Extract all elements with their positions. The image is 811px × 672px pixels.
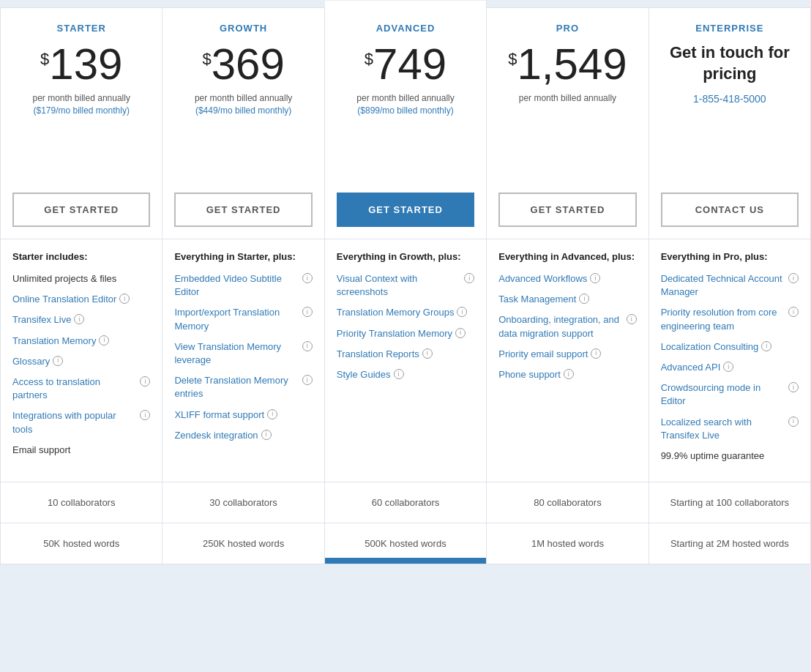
feature-item-growth-4[interactable]: XLIFF format supporti bbox=[174, 408, 312, 422]
cta-button-pro[interactable]: GET STARTED bbox=[498, 193, 636, 227]
info-icon-advanced-4[interactable]: i bbox=[394, 369, 404, 379]
feature-text-enterprise-1: Priority resolution from core engineerin… bbox=[661, 306, 785, 332]
feature-item-starter-3[interactable]: Translation Memoryi bbox=[12, 335, 150, 348]
feature-text-growth-1: Import/export Translation Memory bbox=[174, 306, 299, 332]
info-icon-enterprise-1[interactable]: i bbox=[788, 307, 799, 317]
cta-button-advanced[interactable]: GET STARTED bbox=[337, 193, 474, 227]
collaborators-advanced: 60 collaborators bbox=[325, 482, 486, 523]
info-icon-pro-2[interactable]: i bbox=[627, 314, 637, 324]
feature-item-starter-4[interactable]: Glossaryi bbox=[12, 355, 150, 368]
feature-text-enterprise-0: Dedicated Technical Account Manager bbox=[661, 272, 785, 299]
feature-text-enterprise-6: 99.9% uptime guarantee bbox=[661, 449, 765, 463]
price-tagline-pro: per month billed annually bbox=[519, 92, 616, 105]
cta-button-starter[interactable]: GET STARTED bbox=[12, 193, 150, 227]
info-icon-growth-2[interactable]: i bbox=[302, 341, 313, 351]
price-tagline-advanced: per month billed annually($899/mo billed… bbox=[356, 92, 454, 117]
feature-item-advanced-0[interactable]: Visual Context with screenshotsi bbox=[337, 272, 474, 299]
cta-button-enterprise[interactable]: CONTACT US bbox=[661, 193, 799, 227]
info-icon-enterprise-2[interactable]: i bbox=[761, 341, 771, 351]
feature-item-growth-1[interactable]: Import/export Translation Memoryi bbox=[174, 306, 312, 332]
feature-text-growth-4: XLIFF format support bbox=[174, 408, 264, 422]
info-icon-growth-0[interactable]: i bbox=[302, 273, 313, 283]
info-icon-pro-1[interactable]: i bbox=[579, 294, 589, 304]
feature-item-enterprise-0[interactable]: Dedicated Technical Account Manageri bbox=[661, 272, 799, 299]
price-dollar-pro: $ bbox=[508, 50, 517, 69]
feature-item-starter-1[interactable]: Online Translation Editori bbox=[12, 293, 150, 306]
price-amount-pro: 1,549 bbox=[517, 42, 627, 86]
pricing-table: STARTER$139per month billed annually($17… bbox=[0, 7, 811, 564]
feature-item-enterprise-3[interactable]: Advanced APIi bbox=[661, 361, 799, 374]
info-icon-advanced-1[interactable]: i bbox=[457, 307, 467, 317]
plan-name-pro: PRO bbox=[556, 23, 579, 34]
feature-text-growth-3: Delete Translation Memory entries bbox=[174, 374, 299, 400]
features-section-growth: Everything in Starter, plus:Embedded Vid… bbox=[162, 239, 324, 482]
feature-item-starter-6[interactable]: Integrations with popular toolsi bbox=[12, 409, 150, 436]
feature-text-enterprise-2: Localization Consulting bbox=[661, 340, 759, 354]
price-amount-growth: 369 bbox=[212, 42, 285, 86]
info-icon-enterprise-3[interactable]: i bbox=[723, 362, 733, 372]
cta-button-growth[interactable]: GET STARTED bbox=[174, 193, 312, 227]
feature-item-growth-5[interactable]: Zendesk integrationi bbox=[174, 429, 312, 442]
feature-item-growth-0[interactable]: Embedded Video Subtitle Editori bbox=[174, 272, 312, 299]
info-icon-growth-3[interactable]: i bbox=[302, 375, 313, 385]
feature-item-pro-1[interactable]: Task Managementi bbox=[498, 293, 636, 306]
price-row-growth: $369 bbox=[202, 42, 284, 86]
feature-item-advanced-2[interactable]: Priority Translation Memoryi bbox=[337, 327, 474, 340]
feature-item-enterprise-1[interactable]: Priority resolution from core engineerin… bbox=[661, 306, 799, 332]
feature-item-pro-4[interactable]: Phone supporti bbox=[498, 368, 636, 381]
plan-header-pro: PRO$1,549per month billed annually bbox=[487, 8, 648, 184]
info-icon-pro-4[interactable]: i bbox=[564, 369, 574, 379]
collaborators-enterprise: Starting at 100 collaborators bbox=[649, 482, 810, 523]
info-icon-starter-4[interactable]: i bbox=[53, 356, 63, 366]
feature-item-growth-2[interactable]: View Translation Memory leveragei bbox=[174, 340, 312, 367]
features-section-enterprise: Everything in Pro, plus:Dedicated Techni… bbox=[649, 239, 810, 482]
feature-item-enterprise-5[interactable]: Localized search with Transifex Livei bbox=[661, 416, 799, 442]
info-icon-growth-1[interactable]: i bbox=[302, 307, 313, 317]
plan-col-growth: GROWTH$369per month billed annually($449… bbox=[162, 8, 324, 564]
feature-text-growth-2: View Translation Memory leverage bbox=[174, 340, 299, 367]
feature-text-starter-0: Unlimited projects & files bbox=[12, 272, 116, 285]
feature-item-advanced-4[interactable]: Style Guidesi bbox=[337, 368, 474, 381]
features-heading-growth: Everything in Starter, plus: bbox=[174, 251, 312, 262]
info-icon-growth-5[interactable]: i bbox=[261, 430, 272, 440]
feature-item-growth-3[interactable]: Delete Translation Memory entriesi bbox=[174, 374, 312, 400]
info-icon-enterprise-4[interactable]: i bbox=[788, 382, 799, 392]
info-icon-enterprise-5[interactable]: i bbox=[788, 417, 799, 427]
feature-text-growth-0: Embedded Video Subtitle Editor bbox=[174, 272, 299, 299]
feature-text-advanced-0: Visual Context with screenshots bbox=[337, 272, 461, 299]
info-icon-advanced-3[interactable]: i bbox=[422, 348, 433, 359]
feature-text-advanced-1: Translation Memory Groups bbox=[337, 306, 455, 319]
plan-name-starter: STARTER bbox=[56, 23, 105, 34]
feature-item-advanced-3[interactable]: Translation Reportsi bbox=[337, 348, 474, 361]
feature-item-enterprise-2[interactable]: Localization Consultingi bbox=[661, 340, 799, 354]
info-icon-starter-1[interactable]: i bbox=[119, 294, 130, 304]
feature-item-advanced-1[interactable]: Translation Memory Groupsi bbox=[337, 306, 474, 319]
info-icon-advanced-2[interactable]: i bbox=[455, 328, 466, 338]
info-icon-pro-3[interactable]: i bbox=[591, 348, 601, 359]
feature-item-starter-2[interactable]: Transifex Livei bbox=[12, 313, 150, 326]
feature-text-starter-4: Glossary bbox=[12, 355, 50, 368]
enterprise-phone-enterprise[interactable]: 1-855-418-5000 bbox=[693, 93, 766, 105]
plan-col-pro: PRO$1,549per month billed annuallyGET ST… bbox=[487, 8, 649, 564]
feature-item-enterprise-4[interactable]: Crowdsourcing mode in Editori bbox=[661, 381, 799, 408]
hosted-words-starter: 50K hosted words bbox=[1, 523, 162, 564]
collaborators-pro: 80 collaborators bbox=[487, 482, 648, 523]
info-icon-advanced-0[interactable]: i bbox=[464, 273, 474, 283]
info-icon-starter-2[interactable]: i bbox=[74, 314, 84, 324]
enterprise-text-enterprise: Get in touch for pricing bbox=[661, 42, 799, 84]
features-section-advanced: Everything in Growth, plus:Visual Contex… bbox=[325, 239, 486, 482]
collaborators-starter: 10 collaborators bbox=[1, 482, 162, 523]
info-icon-starter-6[interactable]: i bbox=[140, 410, 150, 420]
feature-item-pro-2[interactable]: Onboarding, integration, and data migrat… bbox=[498, 313, 636, 340]
feature-item-pro-0[interactable]: Advanced Workflowsi bbox=[498, 272, 636, 285]
info-icon-starter-3[interactable]: i bbox=[99, 335, 109, 346]
feature-item-pro-3[interactable]: Priority email supporti bbox=[498, 348, 636, 361]
feature-text-pro-0: Advanced Workflows bbox=[498, 272, 587, 285]
info-icon-enterprise-0[interactable]: i bbox=[788, 273, 799, 283]
info-icon-pro-0[interactable]: i bbox=[590, 273, 600, 283]
price-row-pro: $1,549 bbox=[508, 42, 627, 86]
feature-item-starter-5[interactable]: Access to translation partnersi bbox=[12, 376, 150, 402]
info-icon-growth-4[interactable]: i bbox=[267, 409, 277, 419]
info-icon-starter-5[interactable]: i bbox=[140, 376, 150, 387]
hosted-words-growth: 250K hosted words bbox=[162, 523, 324, 564]
